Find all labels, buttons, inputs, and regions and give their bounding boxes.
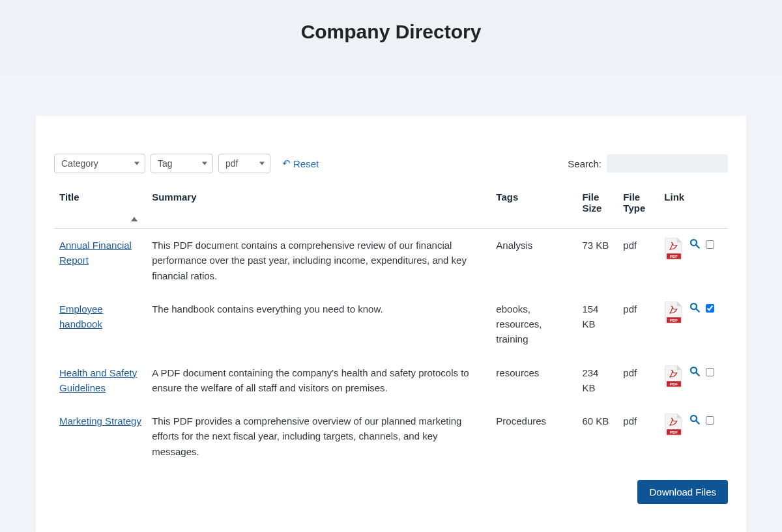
document-tags: resources (491, 356, 577, 405)
column-header-title[interactable]: Title (54, 185, 147, 229)
document-title-link[interactable]: Employee handbook (59, 303, 103, 329)
row-select-checkbox[interactable] (706, 368, 714, 376)
document-summary: The handbook contains everything you nee… (147, 292, 491, 356)
pdf-file-icon[interactable] (664, 365, 684, 387)
table-header-row: Title Summary Tags File Size File Type L… (54, 185, 728, 229)
document-title-link[interactable]: Marketing Strategy (59, 415, 141, 427)
filter-toolbar: Category Tag pdf ↶ Reset Search: (54, 154, 728, 173)
undo-icon: ↶ (282, 158, 291, 169)
row-select-checkbox[interactable] (706, 416, 714, 425)
table-row: Annual Financial ReportThis PDF document… (54, 229, 728, 292)
document-summary: This PDF provides a comprehensive overvi… (147, 404, 491, 468)
column-header-tags[interactable]: Tags (491, 185, 577, 229)
page-header: Company Directory (0, 0, 782, 74)
document-summary: This PDF document contains a comprehensi… (147, 229, 491, 292)
search-block: Search: (568, 154, 728, 173)
reset-button[interactable]: ↶ Reset (282, 158, 319, 169)
row-select-checkbox[interactable] (706, 304, 714, 313)
document-file-type: pdf (618, 229, 659, 292)
document-tags: ebooks, resources, training (491, 292, 577, 356)
preview-icon[interactable] (689, 413, 701, 425)
actions-row: Download Files (54, 468, 728, 504)
reset-label: Reset (293, 158, 319, 169)
table-row: Employee handbookThe handbook contains e… (54, 292, 728, 356)
pdf-file-icon[interactable] (664, 238, 684, 260)
row-select-checkbox[interactable] (706, 240, 714, 249)
content-card: Category Tag pdf ↶ Reset Search: (36, 116, 746, 532)
preview-icon[interactable] (689, 365, 701, 377)
column-header-file-type[interactable]: File Type (618, 185, 659, 229)
pdf-file-icon[interactable] (664, 413, 684, 436)
document-summary: A PDF document containing the company's … (147, 356, 491, 405)
document-file-type: pdf (618, 404, 659, 468)
preview-icon[interactable] (689, 301, 701, 313)
category-select[interactable]: Category (54, 154, 145, 173)
document-file-size: 60 KB (577, 404, 618, 468)
page-title: Company Directory (0, 21, 782, 43)
filetype-select[interactable]: pdf (218, 154, 270, 173)
tag-select[interactable]: Tag (151, 154, 213, 173)
document-tags: Procedures (491, 404, 577, 468)
category-filter[interactable]: Category (54, 154, 145, 173)
document-file-size: 154 KB (577, 292, 618, 356)
sort-asc-icon (131, 217, 138, 221)
search-input[interactable] (607, 154, 728, 173)
document-file-size: 73 KB (577, 229, 618, 292)
table-row: Marketing StrategyThis PDF provides a co… (54, 404, 728, 468)
pdf-file-icon[interactable] (664, 301, 684, 324)
document-title-link[interactable]: Health and Safety Guidelines (59, 367, 137, 393)
document-file-size: 234 KB (577, 356, 618, 405)
documents-table: Title Summary Tags File Size File Type L… (54, 185, 728, 468)
column-header-file-size[interactable]: File Size (577, 185, 618, 229)
document-tags: Analysis (491, 229, 577, 292)
document-file-type: pdf (618, 292, 659, 356)
column-header-link[interactable]: Link (659, 185, 728, 229)
document-file-type: pdf (618, 356, 659, 405)
tag-filter[interactable]: Tag (151, 154, 213, 173)
column-header-summary[interactable]: Summary (147, 185, 491, 229)
preview-icon[interactable] (689, 238, 701, 249)
search-label: Search: (568, 158, 601, 169)
table-row: Health and Safety GuidelinesA PDF docume… (54, 356, 728, 405)
filetype-filter[interactable]: pdf (218, 154, 270, 173)
document-title-link[interactable]: Annual Financial Report (59, 240, 132, 266)
download-files-button[interactable]: Download Files (637, 480, 728, 504)
